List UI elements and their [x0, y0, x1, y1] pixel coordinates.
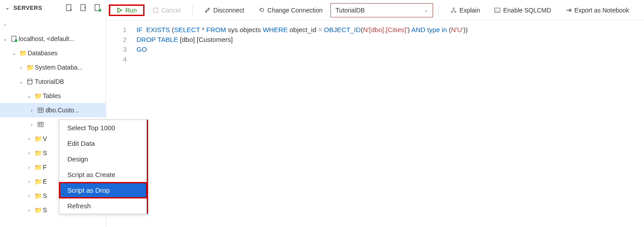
plan-icon	[450, 7, 457, 13]
line-number: 4	[106, 54, 127, 64]
line-number: 1	[106, 25, 127, 35]
folder-icon: 📁	[33, 206, 43, 214]
svg-rect-17	[153, 8, 158, 12]
cancel-label: Cancel	[161, 7, 181, 14]
chevron-right-icon: ›	[25, 179, 33, 184]
tree-blank[interactable]: ›	[0, 17, 106, 32]
svg-point-20	[453, 8, 454, 9]
explain-label: Explain	[459, 7, 480, 14]
chevron-right-icon: ›	[17, 65, 25, 70]
folder-icon: 📁	[33, 192, 43, 199]
disconnect-label: Disconnect	[213, 7, 244, 14]
line-number: 3	[106, 45, 127, 54]
enable-sqlcmd-button[interactable]: Enable SQLCMD	[488, 4, 557, 17]
tree-tables[interactable]: ⌄📁Tables	[0, 89, 106, 103]
folder-icon: 📁	[33, 92, 43, 99]
sqlcmd-icon	[494, 7, 500, 13]
menu-script-drop[interactable]: Script as Drop	[59, 182, 147, 198]
servers-label: SERVERS	[13, 4, 42, 11]
server-icon	[9, 36, 19, 42]
chevron-right-icon: ›	[25, 207, 33, 213]
separator	[192, 5, 193, 16]
chevron-right-icon: ›	[25, 165, 33, 170]
table-icon	[36, 121, 45, 128]
cancel-button: Cancel	[146, 4, 187, 17]
chevron-down-icon: ⌄	[4, 5, 12, 11]
svg-point-22	[455, 11, 456, 12]
folder-icon: 📁	[18, 50, 28, 57]
tree-connection[interactable]: ⌄localhost, <default...	[0, 32, 106, 46]
export-icon	[566, 7, 572, 13]
folder-icon: 📁	[25, 64, 35, 71]
svg-rect-9	[38, 108, 43, 112]
folder-icon: 📁	[33, 178, 43, 185]
chevron-right-icon: ›	[25, 136, 33, 141]
sidebar-title[interactable]: ⌄ SERVERS	[4, 4, 42, 11]
disconnect-icon	[204, 7, 211, 13]
sql-editor[interactable]: 1 2 3 4 IF EXISTS (SELECT * FROM sys.obj…	[106, 21, 644, 227]
tree-table-customers[interactable]: ›dbo.Custo...	[0, 103, 106, 117]
code-area[interactable]: IF EXISTS (SELECT * FROM sys.objects WHE…	[133, 21, 644, 227]
table-context-menu: Select Top 1000 Edit Data Design Script …	[59, 120, 148, 214]
code-line: IF EXISTS (SELECT * FROM sys.objects WHE…	[136, 25, 644, 35]
chevron-down-icon: ⌄	[10, 50, 18, 56]
folder-icon: 📁	[33, 164, 43, 171]
folder-icon: 📁	[33, 149, 43, 157]
tree-databases[interactable]: ⌄📁Databases	[0, 46, 106, 60]
tree-systemdb[interactable]: ›📁System Databa...	[0, 60, 106, 74]
chevron-down-icon: ⌄	[424, 7, 428, 13]
chevron-right-icon: ›	[1, 22, 9, 27]
chevron-right-icon: ›	[25, 193, 33, 198]
svg-point-8	[28, 79, 32, 81]
db-select-value: TutorialDB	[335, 7, 365, 14]
database-select[interactable]: TutorialDB⌄	[330, 3, 433, 17]
change-label: Change Connection	[268, 7, 323, 14]
chevron-right-icon: ›	[25, 150, 33, 156]
editor-panel: Run Cancel Disconnect Change Connection …	[106, 0, 644, 227]
change-connection-button[interactable]: Change Connection	[252, 4, 329, 17]
new-server-icon[interactable]	[64, 3, 74, 12]
menu-script-create[interactable]: Script as Create	[59, 167, 147, 182]
separator	[438, 5, 439, 16]
menu-design[interactable]: Design	[59, 151, 147, 167]
disconnect-button[interactable]: Disconnect	[198, 4, 250, 17]
menu-edit-data[interactable]: Edit Data	[59, 136, 147, 151]
tree-tutorialdb[interactable]: ⌄TutorialDB	[0, 74, 106, 89]
stop-icon	[153, 7, 159, 13]
chevron-down-icon: ⌄	[25, 93, 33, 99]
run-label: Run	[125, 7, 137, 14]
refresh-icon	[259, 7, 265, 13]
notebook-label: Export as Notebook	[574, 7, 629, 14]
server-status-icon[interactable]	[92, 3, 102, 12]
svg-point-21	[451, 11, 453, 12]
code-line	[136, 54, 644, 64]
export-notebook-button[interactable]: Export as Notebook	[559, 4, 636, 17]
code-line: GO	[136, 45, 644, 54]
sqlcmd-label: Enable SQLCMD	[503, 7, 551, 14]
svg-rect-13	[38, 122, 43, 127]
chevron-right-icon: ›	[28, 107, 36, 113]
code-line: DROP TABLE [dbo].[Customers]	[136, 35, 644, 45]
explain-button[interactable]: Explain	[444, 4, 486, 17]
chevron-down-icon: ⌄	[17, 79, 25, 85]
folder-icon: 📁	[33, 135, 43, 142]
database-icon	[25, 78, 35, 85]
new-query-icon[interactable]	[78, 3, 88, 12]
run-button[interactable]: Run	[109, 4, 144, 16]
table-icon	[36, 107, 45, 113]
menu-select-top-1000[interactable]: Select Top 1000	[59, 120, 147, 136]
chevron-down-icon: ⌄	[1, 36, 9, 42]
sidebar-header: ⌄ SERVERS	[0, 0, 106, 16]
play-icon	[116, 7, 123, 13]
line-number: 2	[106, 35, 127, 45]
query-toolbar: Run Cancel Disconnect Change Connection …	[106, 0, 644, 21]
menu-refresh[interactable]: Refresh	[59, 198, 147, 214]
chevron-right-icon: ›	[28, 122, 36, 127]
